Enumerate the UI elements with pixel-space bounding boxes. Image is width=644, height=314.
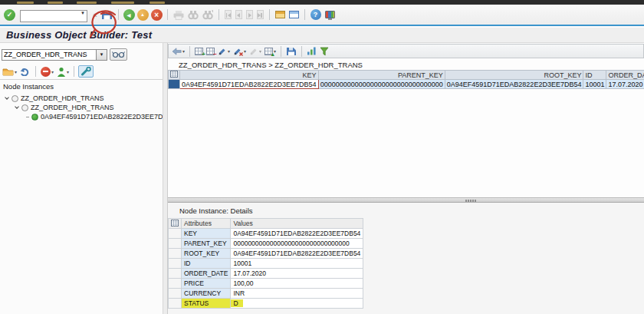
object-dropdown-icon[interactable]: ▼	[97, 49, 107, 61]
tree-item-child[interactable]: ZZ_ORDER_HDR_TRANS	[3, 103, 163, 112]
help-icon: ?	[310, 9, 321, 20]
tree-item-instance[interactable]: 0A94EF4591D71EDAB2822E2D3EE7DB54	[3, 112, 163, 121]
insert-row-button[interactable]: +	[194, 45, 204, 57]
edit-disabled-button[interactable]: ▾	[248, 45, 262, 57]
details-row-selector	[169, 249, 182, 259]
cell-id[interactable]: 10001	[583, 80, 606, 89]
pencil-disabled-icon	[249, 47, 258, 56]
enter-icon[interactable]: ✓	[4, 9, 15, 21]
details-row: PRICE100,00	[169, 279, 363, 289]
details-col-values: Values	[231, 219, 363, 229]
grid-icon	[170, 71, 178, 78]
details-row: ROOT_KEY0A94EF4591D71EDAB2822E2D3EE7DB54	[169, 249, 363, 259]
stop-icon	[41, 67, 51, 77]
col-header-root-key[interactable]: ROOT_KEY	[445, 71, 583, 80]
instance-green-icon	[31, 114, 38, 121]
print-icon[interactable]	[172, 8, 185, 21]
details-row: ORDER_DATE17.07.2020	[169, 269, 363, 279]
details-select-all-button[interactable]	[169, 219, 182, 229]
open-folder-button[interactable]: ▾	[2, 66, 18, 78]
undo-icon	[20, 67, 31, 76]
tree-item-root[interactable]: ZZ_ORDER_HDR_TRANS	[3, 94, 163, 103]
select-all-button[interactable]	[169, 71, 180, 80]
filter-funnel-icon	[320, 47, 329, 56]
delete-row-button[interactable]: −	[205, 45, 215, 57]
breadcrumb: ZZ_ORDER_HDR_TRANS > ZZ_ORDER_HDR_TRANS	[179, 61, 363, 69]
deactivate-button[interactable]: ▾	[40, 66, 54, 78]
dropdown-icon: ▾	[67, 69, 69, 74]
command-dropdown-icon[interactable]: ▼	[80, 11, 85, 15]
new-session-icon[interactable]	[274, 8, 286, 21]
cell-order-date[interactable]: 17.07.2020	[606, 80, 644, 89]
detail-attribute: ORDER_DATE	[182, 269, 231, 279]
save-instance-button[interactable]	[285, 45, 297, 57]
menu-bar-fragment	[150, 2, 165, 4]
separator	[167, 9, 168, 20]
next-page-icon[interactable]	[245, 8, 254, 21]
tree-item-label: 0A94EF4591D71EDAB2822E2D3EE7DB54	[41, 113, 176, 121]
left-panel: ▼ ▾ ▾ ▾	[0, 43, 163, 314]
details-row-selector	[169, 289, 182, 299]
collapse-toolbar-icon[interactable]: «	[93, 11, 97, 19]
previous-page-icon[interactable]	[235, 8, 243, 21]
last-page-icon[interactable]	[256, 8, 264, 21]
help-button[interactable]: ?	[310, 8, 322, 21]
cell-root-key[interactable]: 0A94EF4591D71EDAB2822E2D3EE7DB54	[445, 80, 583, 89]
display-button[interactable]	[110, 48, 127, 61]
table-row[interactable]: 0A94EF4591D71EDAB2822E2D3EE7DB54 0000000…	[169, 80, 644, 89]
node-circle-icon	[21, 104, 28, 111]
table-header-row: KEY PARENT_KEY ROOT_KEY ID ORDER_DATE PR…	[169, 71, 644, 80]
find-icon[interactable]	[187, 8, 199, 21]
back-icon[interactable]: ◀	[123, 9, 135, 21]
details-row-selector	[169, 229, 182, 239]
chevron-down-icon[interactable]	[5, 95, 9, 100]
dropdown-icon: ▾	[228, 48, 230, 54]
find-next-icon[interactable]	[202, 8, 214, 21]
settings-toggle-button[interactable]	[78, 65, 94, 78]
up-arrow-badge: ▲	[270, 51, 275, 58]
object-name-input[interactable]	[2, 49, 97, 61]
menu-bar-fragment	[48, 2, 63, 4]
undo-button[interactable]	[19, 66, 31, 78]
dropdown-icon: ▾	[182, 48, 185, 54]
details-table: Attributes Values KEY0A94EF4591D71EDAB28…	[168, 218, 363, 309]
move-row-button[interactable]: ▲ ▾	[264, 45, 277, 57]
col-header-key[interactable]: KEY	[180, 71, 319, 80]
exit-icon[interactable]: ▲	[137, 9, 149, 21]
instance-button[interactable]: ▾	[56, 66, 70, 78]
standard-toolbar: ✓ ▼ « ◀ ▲ × ?	[0, 5, 644, 26]
separator	[74, 66, 74, 77]
separator	[304, 9, 305, 20]
col-header-order-date[interactable]: ORDER_DATE	[606, 71, 644, 80]
back-nav-button[interactable]: ▾	[171, 45, 186, 57]
instance-table: KEY PARENT_KEY ROOT_KEY ID ORDER_DATE PR…	[168, 70, 644, 89]
edit-delete-button[interactable]: ▾	[232, 45, 247, 57]
chevron-down-icon[interactable]	[15, 104, 19, 109]
command-input[interactable]	[20, 10, 87, 22]
splitter-grip[interactable]	[465, 200, 476, 202]
separator	[281, 46, 281, 57]
separator	[118, 9, 119, 20]
sort-button[interactable]	[306, 45, 317, 57]
row-selector[interactable]	[169, 80, 180, 89]
menu-bar-fragment	[77, 2, 97, 4]
first-page-icon[interactable]	[224, 8, 232, 21]
cancel-icon[interactable]: ×	[151, 9, 163, 21]
cell-key[interactable]: 0A94EF4591D71EDAB2822E2D3EE7DB54	[180, 80, 319, 89]
page-title: Business Object Builder: Test	[6, 29, 152, 41]
save-button[interactable]	[100, 8, 113, 21]
panel-splitter-horizontal[interactable]	[168, 197, 644, 203]
panel-splitter-vertical[interactable]	[163, 43, 168, 314]
col-header-id[interactable]: ID	[583, 71, 606, 80]
col-header-parent-key[interactable]: PARENT_KEY	[318, 71, 445, 80]
back-arrow-icon	[172, 48, 182, 55]
menu-bar-fragment	[111, 2, 134, 4]
details-row: KEY0A94EF4591D71EDAB2822E2D3EE7DB54	[169, 229, 363, 239]
right-panel: ▾ + − ▾ ▾ ▾ ▲ ▾	[168, 43, 644, 314]
edit-button[interactable]: ▾	[217, 45, 231, 57]
table-icon: −	[206, 48, 215, 55]
layout-menu-icon[interactable]	[324, 8, 336, 21]
create-shortcut-icon[interactable]	[288, 8, 300, 21]
cell-parent-key[interactable]: 00000000000000000000000000000000	[318, 80, 445, 89]
filter-button[interactable]	[319, 45, 330, 57]
